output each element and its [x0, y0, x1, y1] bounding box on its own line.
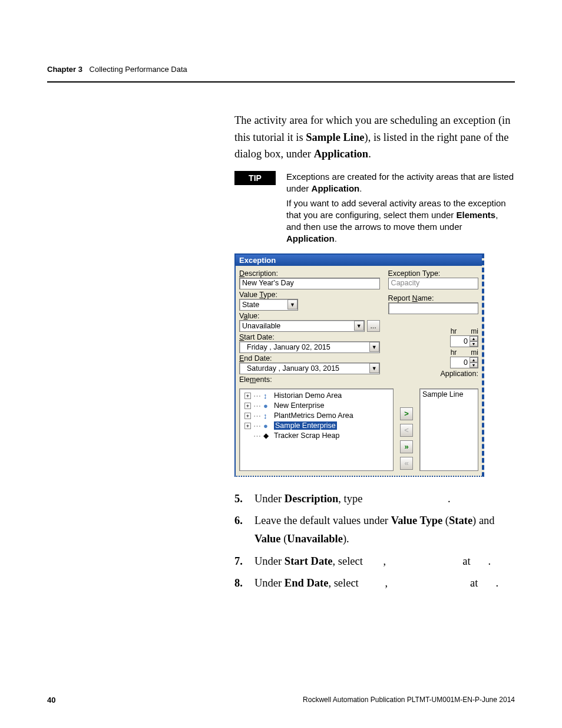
expander-icon[interactable]: +	[244, 403, 251, 409]
expander-icon[interactable]: +	[244, 423, 251, 429]
tip-block: TIP Exceptions are created for the activ…	[234, 171, 515, 248]
tree-node-label: PlantMetrics Demo Area	[274, 411, 353, 420]
tip-badge: TIP	[234, 171, 276, 185]
end-date-picker[interactable]: Saturday , January 03, 2015 ▼	[239, 363, 380, 374]
mi-label: mi	[471, 327, 478, 335]
tree-node-label: Tracker Scrap Heap	[274, 431, 339, 440]
tip-p2d: Application	[286, 233, 335, 243]
dropdown-icon[interactable]: ▼	[287, 299, 297, 309]
hr-label: hr	[451, 327, 457, 335]
tree-node[interactable]: +⋯Sample Enterprise	[242, 421, 391, 431]
intro-text3: .	[368, 148, 371, 160]
tip-p2b: Elements	[457, 210, 496, 220]
tree-node-label: New Enterprise	[274, 401, 324, 410]
tip-text: Exceptions are created for the activity …	[286, 171, 515, 248]
hr-label: hr	[451, 348, 457, 357]
chapter-label: Chapter 3	[47, 65, 82, 74]
end-date-value: Saturday , January 03, 2015	[240, 364, 369, 373]
move-right-button[interactable]: >	[400, 407, 413, 420]
intro-application: Application	[314, 148, 369, 160]
tree-node[interactable]: ⋯Tracker Scrap Heap	[242, 431, 391, 441]
tip-p1c: .	[359, 183, 362, 193]
value-type-label: Value Type:	[239, 291, 380, 299]
step-5: Under Description, type .	[234, 490, 515, 508]
recycle-icon	[263, 431, 272, 440]
application-label: Application:	[388, 370, 478, 378]
page-footer: 40 Rockwell Automation Publication PLTMT…	[47, 696, 515, 704]
start-hr-spinner[interactable]: 0 ▲▼	[450, 335, 478, 347]
arrows-icon	[263, 391, 272, 400]
step-6: Leave the default values under Value Typ…	[234, 512, 515, 549]
globe2-icon	[263, 421, 272, 430]
dropdown-icon[interactable]: ▼	[369, 342, 379, 352]
end-hr-spinner[interactable]: 0 ▲▼	[450, 357, 478, 368]
tree-node-label: Sample Enterprise	[274, 421, 337, 430]
tree-node[interactable]: +⋯PlantMetrics Demo Area	[242, 411, 391, 421]
end-hr-value: 0	[451, 358, 470, 367]
tree-node-label: Historian Demo Area	[274, 391, 342, 400]
move-buttons: > < » «	[399, 406, 414, 471]
dialog-title: Exception	[236, 255, 482, 266]
exception-type-field: Capacity	[388, 278, 478, 289]
dropdown-icon[interactable]: ▼	[354, 321, 364, 331]
description-input[interactable]: New Year's Day	[239, 278, 380, 289]
description-label: Description:	[239, 269, 380, 278]
start-date-label: Start Date:	[239, 333, 380, 341]
spin-up-icon[interactable]: ▲	[470, 336, 478, 341]
step-7: Under Start Date, select ,at.	[234, 552, 515, 571]
end-date-label: End Date:	[239, 354, 380, 363]
spin-down-icon[interactable]: ▼	[470, 363, 478, 368]
move-left-button[interactable]: <	[400, 424, 413, 437]
exception-dialog: Exception Description: New Year's Day Va…	[234, 253, 484, 477]
header-rule	[47, 81, 515, 83]
report-name-label: Report Name:	[388, 294, 478, 302]
expander-icon[interactable]: +	[244, 413, 251, 419]
start-date-value: Friday , January 02, 2015	[240, 343, 369, 351]
page-number: 40	[47, 696, 55, 704]
intro-sample-line: Sample Line	[306, 131, 364, 143]
steps-list: Under Description, type . Leave the defa…	[234, 490, 515, 593]
mi-label: mi	[471, 348, 478, 357]
value-label: Value:	[239, 312, 380, 320]
intro-paragraph: The activity area for which you are sche…	[234, 112, 515, 163]
exception-type-label: Exception Type:	[388, 269, 478, 278]
value-value: Unavailable	[240, 322, 354, 330]
tip-p2e: .	[335, 233, 337, 243]
elements-label: Elements:	[239, 375, 380, 384]
move-left-all-button[interactable]: «	[400, 457, 413, 470]
publication-info: Rockwell Automation Publication PLTMT-UM…	[303, 696, 515, 704]
value-type-combo[interactable]: State ▼	[239, 299, 298, 311]
browse-button[interactable]: ...	[367, 320, 380, 332]
hr-mi-row-1: hrmi	[388, 327, 478, 335]
tip-p1b: Application	[312, 183, 360, 193]
hr-mi-row-2: hrmi	[388, 348, 478, 357]
value-combo[interactable]: Unavailable ▼	[239, 320, 365, 332]
spin-up-icon[interactable]: ▲	[470, 357, 478, 363]
step-8: Under End Date, select ,at.	[234, 574, 515, 592]
dropdown-icon[interactable]: ▼	[369, 363, 379, 373]
start-hr-value: 0	[451, 337, 470, 345]
start-date-picker[interactable]: Friday , January 02, 2015 ▼	[239, 341, 380, 353]
chapter-title: Collecting Performance Data	[90, 65, 187, 74]
globe-icon	[263, 401, 272, 410]
arrows-icon	[263, 411, 272, 420]
page-header: Chapter 3 Collecting Performance Data	[47, 65, 515, 74]
spin-down-icon[interactable]: ▼	[470, 341, 478, 347]
report-name-input[interactable]	[388, 302, 478, 314]
tree-node[interactable]: +⋯Historian Demo Area	[242, 391, 391, 401]
move-right-all-button[interactable]: »	[400, 440, 413, 453]
application-item: Sample Line	[422, 390, 464, 398]
value-type-value: State	[240, 301, 287, 309]
expander-icon[interactable]: +	[244, 393, 251, 399]
elements-tree[interactable]: +⋯Historian Demo Area+⋯New Enterprise+⋯P…	[239, 388, 394, 471]
tree-node[interactable]: +⋯New Enterprise	[242, 401, 391, 411]
application-list[interactable]: Sample Line	[419, 388, 478, 471]
